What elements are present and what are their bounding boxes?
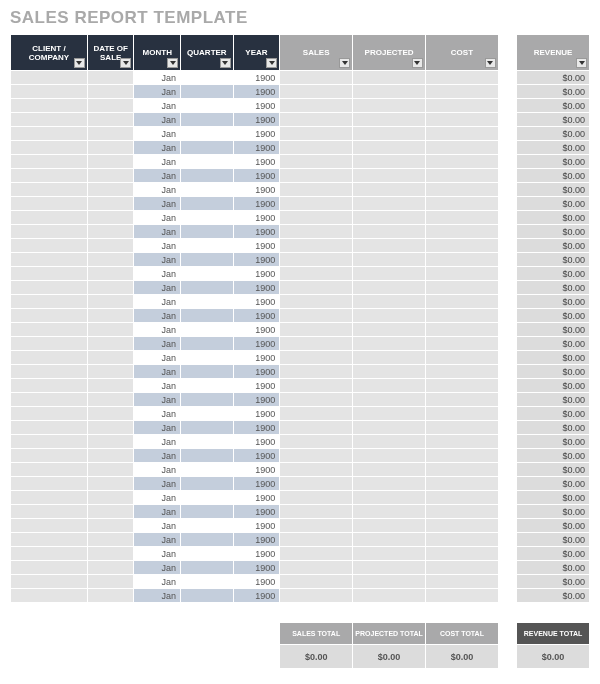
cell-client[interactable] bbox=[11, 225, 88, 239]
cell-date[interactable] bbox=[87, 337, 134, 351]
cell-date[interactable] bbox=[87, 589, 134, 603]
cell-client[interactable] bbox=[11, 365, 88, 379]
table-row[interactable]: Jan1900$0.00 bbox=[11, 449, 590, 463]
filter-icon[interactable] bbox=[339, 58, 350, 68]
cell-projected[interactable] bbox=[353, 155, 426, 169]
table-row[interactable]: Jan1900$0.00 bbox=[11, 99, 590, 113]
cell-client[interactable] bbox=[11, 183, 88, 197]
cell-cost[interactable] bbox=[425, 155, 498, 169]
cell-sales[interactable] bbox=[280, 561, 353, 575]
cell-client[interactable] bbox=[11, 113, 88, 127]
table-row[interactable]: Jan1900$0.00 bbox=[11, 435, 590, 449]
cell-sales[interactable] bbox=[280, 365, 353, 379]
table-row[interactable]: Jan1900$0.00 bbox=[11, 239, 590, 253]
cell-client[interactable] bbox=[11, 379, 88, 393]
cell-sales[interactable] bbox=[280, 547, 353, 561]
cell-client[interactable] bbox=[11, 99, 88, 113]
cell-date[interactable] bbox=[87, 99, 134, 113]
table-row[interactable]: Jan1900$0.00 bbox=[11, 155, 590, 169]
filter-icon[interactable] bbox=[167, 58, 178, 68]
cell-date[interactable] bbox=[87, 323, 134, 337]
cell-client[interactable] bbox=[11, 211, 88, 225]
cell-sales[interactable] bbox=[280, 295, 353, 309]
table-row[interactable]: Jan1900$0.00 bbox=[11, 183, 590, 197]
cell-client[interactable] bbox=[11, 281, 88, 295]
cell-date[interactable] bbox=[87, 435, 134, 449]
cell-sales[interactable] bbox=[280, 435, 353, 449]
cell-client[interactable] bbox=[11, 589, 88, 603]
cell-projected[interactable] bbox=[353, 379, 426, 393]
cell-client[interactable] bbox=[11, 127, 88, 141]
cell-cost[interactable] bbox=[425, 85, 498, 99]
cell-cost[interactable] bbox=[425, 225, 498, 239]
cell-cost[interactable] bbox=[425, 519, 498, 533]
cell-date[interactable] bbox=[87, 351, 134, 365]
cell-date[interactable] bbox=[87, 575, 134, 589]
cell-date[interactable] bbox=[87, 211, 134, 225]
filter-icon[interactable] bbox=[485, 58, 496, 68]
cell-date[interactable] bbox=[87, 281, 134, 295]
cell-cost[interactable] bbox=[425, 505, 498, 519]
cell-sales[interactable] bbox=[280, 127, 353, 141]
table-row[interactable]: Jan1900$0.00 bbox=[11, 71, 590, 85]
cell-client[interactable] bbox=[11, 337, 88, 351]
cell-date[interactable] bbox=[87, 197, 134, 211]
table-row[interactable]: Jan1900$0.00 bbox=[11, 407, 590, 421]
cell-projected[interactable] bbox=[353, 71, 426, 85]
cell-client[interactable] bbox=[11, 155, 88, 169]
cell-date[interactable] bbox=[87, 407, 134, 421]
cell-projected[interactable] bbox=[353, 323, 426, 337]
cell-date[interactable] bbox=[87, 309, 134, 323]
cell-sales[interactable] bbox=[280, 323, 353, 337]
cell-projected[interactable] bbox=[353, 505, 426, 519]
cell-projected[interactable] bbox=[353, 449, 426, 463]
cell-client[interactable] bbox=[11, 393, 88, 407]
cell-date[interactable] bbox=[87, 505, 134, 519]
cell-sales[interactable] bbox=[280, 239, 353, 253]
cell-sales[interactable] bbox=[280, 141, 353, 155]
table-row[interactable]: Jan1900$0.00 bbox=[11, 295, 590, 309]
cell-date[interactable] bbox=[87, 127, 134, 141]
cell-date[interactable] bbox=[87, 141, 134, 155]
cell-sales[interactable] bbox=[280, 449, 353, 463]
cell-projected[interactable] bbox=[353, 393, 426, 407]
cell-client[interactable] bbox=[11, 71, 88, 85]
cell-projected[interactable] bbox=[353, 351, 426, 365]
cell-projected[interactable] bbox=[353, 99, 426, 113]
cell-cost[interactable] bbox=[425, 365, 498, 379]
cell-cost[interactable] bbox=[425, 197, 498, 211]
table-row[interactable]: Jan1900$0.00 bbox=[11, 561, 590, 575]
cell-sales[interactable] bbox=[280, 337, 353, 351]
cell-date[interactable] bbox=[87, 393, 134, 407]
table-row[interactable]: Jan1900$0.00 bbox=[11, 533, 590, 547]
cell-projected[interactable] bbox=[353, 309, 426, 323]
table-row[interactable]: Jan1900$0.00 bbox=[11, 225, 590, 239]
table-row[interactable]: Jan1900$0.00 bbox=[11, 197, 590, 211]
cell-date[interactable] bbox=[87, 533, 134, 547]
cell-client[interactable] bbox=[11, 407, 88, 421]
cell-cost[interactable] bbox=[425, 127, 498, 141]
table-row[interactable]: Jan1900$0.00 bbox=[11, 491, 590, 505]
cell-sales[interactable] bbox=[280, 351, 353, 365]
cell-date[interactable] bbox=[87, 267, 134, 281]
cell-client[interactable] bbox=[11, 491, 88, 505]
cell-date[interactable] bbox=[87, 239, 134, 253]
cell-projected[interactable] bbox=[353, 435, 426, 449]
cell-sales[interactable] bbox=[280, 309, 353, 323]
cell-client[interactable] bbox=[11, 477, 88, 491]
table-row[interactable]: Jan1900$0.00 bbox=[11, 253, 590, 267]
cell-projected[interactable] bbox=[353, 575, 426, 589]
table-row[interactable]: Jan1900$0.00 bbox=[11, 169, 590, 183]
table-row[interactable]: Jan1900$0.00 bbox=[11, 393, 590, 407]
cell-client[interactable] bbox=[11, 295, 88, 309]
cell-cost[interactable] bbox=[425, 337, 498, 351]
cell-sales[interactable] bbox=[280, 71, 353, 85]
cell-client[interactable] bbox=[11, 463, 88, 477]
cell-sales[interactable] bbox=[280, 99, 353, 113]
cell-client[interactable] bbox=[11, 435, 88, 449]
cell-date[interactable] bbox=[87, 155, 134, 169]
cell-client[interactable] bbox=[11, 239, 88, 253]
cell-projected[interactable] bbox=[353, 113, 426, 127]
cell-projected[interactable] bbox=[353, 407, 426, 421]
cell-projected[interactable] bbox=[353, 295, 426, 309]
